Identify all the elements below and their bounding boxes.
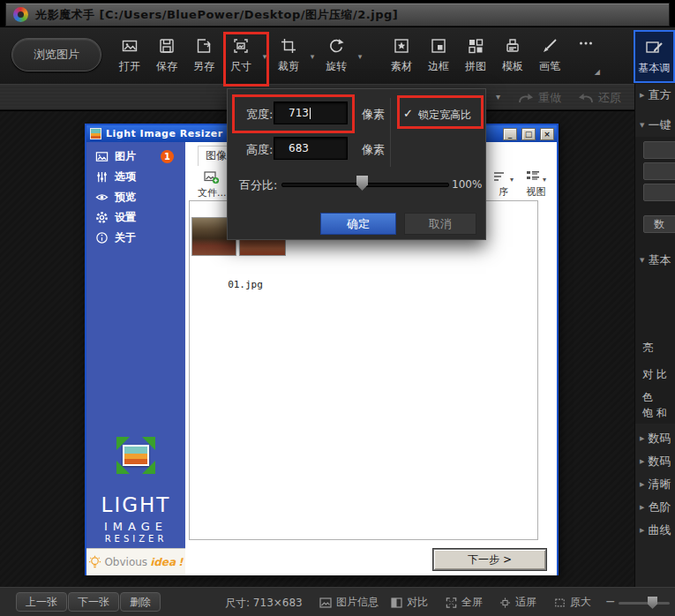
add-files-button[interactable]: 文件... <box>198 170 227 199</box>
crop-chevron-down-icon[interactable]: ▾ <box>307 32 318 81</box>
brand-idea: idea <box>150 556 176 568</box>
next-step-button[interactable]: 下一步 > <box>433 549 546 570</box>
one-key-button-3[interactable] <box>643 184 675 201</box>
triangle-right-icon: ▶ <box>640 481 644 488</box>
original-size-button[interactable]: 原大 <box>554 595 591 610</box>
one-key-button-1[interactable] <box>643 141 675 159</box>
sort-button[interactable]: ▾ 序 <box>493 170 514 199</box>
lir-nav-preview[interactable]: 预览 <box>86 187 185 207</box>
logo-text-light: LIGHT <box>86 493 185 516</box>
toolbar-crop[interactable]: 裁剪 <box>270 32 307 81</box>
browse-images-button[interactable]: 浏览图片 <box>11 38 101 71</box>
section-digital-fill[interactable]: ▶ 数码 <box>640 431 671 447</box>
basic-adjust-tab[interactable]: 基本调 <box>634 30 675 83</box>
save-as-icon <box>194 36 214 56</box>
cancel-button[interactable]: 取消 <box>404 213 476 235</box>
fullscreen-button[interactable]: 全屏 <box>446 595 483 610</box>
toolbar-template-label: 模板 <box>502 59 523 74</box>
lir-view-controls: ▾ 序 ▾ 视图 <box>493 170 546 199</box>
toolbar-save[interactable]: 保存 <box>148 32 185 81</box>
width-input[interactable]: 713 <box>274 101 348 124</box>
lir-nav-options[interactable]: 选项 <box>86 167 185 187</box>
toolbar-brush[interactable]: 画笔 <box>531 32 568 81</box>
image-info-button[interactable]: 图片信息 <box>319 595 379 610</box>
corner-triangle-icon: ◢ <box>595 68 600 76</box>
section-one-key-label: 一键 <box>648 117 671 133</box>
section-levels-label: 色阶 <box>648 500 671 515</box>
resize-chevron-down-icon[interactable]: ▾ <box>259 32 270 81</box>
height-input[interactable]: 683 <box>274 137 348 160</box>
compare-button[interactable]: 对比 <box>391 595 428 610</box>
one-key-button-4-label: 数 <box>654 217 664 232</box>
undo-button[interactable]: 还原 <box>578 88 621 108</box>
image-list-panel[interactable]: 01.jpg <box>189 200 538 540</box>
toolbar-material-label: 素材 <box>391 59 412 74</box>
list-view-icon <box>526 170 540 183</box>
section-basic-label: 基本 <box>648 252 671 268</box>
toolbar-open[interactable]: 打开 <box>111 32 148 81</box>
triangle-right-icon: ▶ <box>640 458 644 465</box>
section-sharpen-label: 清晰 <box>648 477 671 492</box>
checkmark-icon[interactable]: ✓ <box>403 107 413 120</box>
toolbar-template[interactable]: 模板 <box>494 32 531 81</box>
section-curves[interactable]: ▶ 曲线 <box>640 522 671 538</box>
fit-screen-button[interactable]: 适屏 <box>499 595 536 610</box>
section-digital-dim[interactable]: ▶ 数码 <box>640 454 671 470</box>
section-histogram-label: 直方 <box>648 87 671 103</box>
section-one-key[interactable]: ▼ 一键 <box>640 117 671 133</box>
save-icon <box>157 36 176 56</box>
delete-image-button[interactable]: 删除 <box>120 592 161 612</box>
slider-saturation-label: 饱 和 <box>642 406 667 421</box>
one-key-button-2[interactable] <box>643 162 675 180</box>
ok-button[interactable]: 确定 <box>320 213 396 235</box>
percent-value: 100% <box>452 178 482 191</box>
toolbar-material[interactable]: 素材 <box>383 32 420 81</box>
rotate-chevron-down-icon[interactable]: ▾ <box>355 32 365 81</box>
brush-icon <box>540 36 559 56</box>
zoom-slider-track[interactable] <box>619 602 670 605</box>
previous-image-button[interactable]: 上一张 <box>16 592 67 612</box>
lir-maximize-button[interactable]: □ <box>521 128 536 140</box>
slider-color-label: 色 <box>642 390 653 405</box>
section-histogram[interactable]: ▶ 直方 <box>640 87 671 103</box>
toolbar-resize[interactable]: 尺寸 <box>222 32 259 81</box>
panel-band <box>635 265 675 424</box>
zoom-slider-handle[interactable] <box>648 597 657 609</box>
lir-nav-images[interactable]: 图片 1 <box>86 146 185 167</box>
percent-slider-handle[interactable] <box>356 176 368 191</box>
sliders-icon <box>95 170 109 184</box>
lock-aspect-ratio-checkbox[interactable]: 锁定宽高比 <box>418 108 471 123</box>
chevron-down-icon[interactable]: ▾ <box>496 92 500 101</box>
toolbar-save-as[interactable]: 另存 <box>185 32 222 81</box>
one-key-button-4[interactable]: 数 <box>643 215 675 233</box>
toolbar-collage[interactable]: 拼图 <box>457 32 494 81</box>
lir-nav-settings-label: 设置 <box>115 210 136 225</box>
toolbar-more-button[interactable]: ◢ <box>568 32 604 81</box>
text-cursor <box>310 108 311 119</box>
triangle-right-icon: ▶ <box>640 504 644 511</box>
toolbar-open-label: 打开 <box>119 59 140 74</box>
lightbulb-icon <box>88 555 101 570</box>
view-button[interactable]: ▾ 视图 <box>526 170 546 199</box>
lir-close-button[interactable]: × <box>540 128 554 140</box>
toolbar-rotate[interactable]: 旋转 <box>318 32 355 81</box>
obviousidea-brand[interactable]: Obviousidea! <box>86 548 185 575</box>
triangle-right-icon: ▶ <box>640 92 644 99</box>
fit-screen-label: 适屏 <box>515 595 536 610</box>
section-levels[interactable]: ▶ 色阶 <box>640 500 671 515</box>
app-window: 光影魔术手 [C:/Users/BluePower/Desktop/图片压缩/2… <box>0 0 675 616</box>
redo-button[interactable]: 重做 <box>518 88 561 108</box>
lir-nav-settings[interactable]: 设置 <box>86 207 185 228</box>
toolbar-frame[interactable]: 边框 <box>420 32 457 81</box>
count-badge: 1 <box>161 150 174 163</box>
section-sharpen[interactable]: ▶ 清晰 <box>640 477 671 492</box>
zoom-out-icon[interactable]: − <box>605 594 616 608</box>
percent-label: 百分比: <box>239 177 277 193</box>
lir-nav-about[interactable]: 关于 <box>86 228 185 248</box>
brand-obvious: Obvious <box>104 556 147 568</box>
redo-label: 重做 <box>538 90 561 106</box>
next-image-button[interactable]: 下一张 <box>68 592 119 612</box>
lir-minimize-button[interactable]: _ <box>503 128 517 140</box>
resize-dialog: 宽度: 713 像素 ✓ 锁定宽高比 高度: 683 像素 百分比: 100% … <box>227 88 486 240</box>
section-basic[interactable]: ▼ 基本 <box>640 252 671 268</box>
